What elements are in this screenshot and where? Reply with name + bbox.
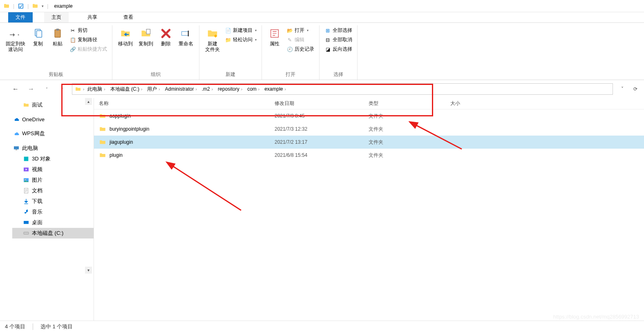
- cut-button[interactable]: ✂剪切: [68, 26, 109, 35]
- breadcrumb-item[interactable]: 此电脑›: [86, 86, 107, 93]
- tree-item-onedrive[interactable]: OneDrive: [12, 114, 94, 124]
- scissors-icon: ✂: [69, 27, 76, 34]
- edit-button[interactable]: ✎编辑: [285, 36, 316, 44]
- nav-tree: ▴ 面试 OneDrive WPS网盘 此电脑 3D 对象 视频 图片 文档 下…: [0, 98, 94, 323]
- tab-view[interactable]: 查看: [116, 12, 141, 22]
- file-list: 名称 修改日期 类型 大小 aopplugin2021/7/3 8:45文件夹b…: [94, 98, 644, 323]
- tree-item[interactable]: 3D 对象: [12, 154, 94, 164]
- tree-item[interactable]: 面试: [12, 100, 94, 110]
- pin-to-quick-access-button[interactable]: 固定到快 速访问: [3, 25, 28, 53]
- folder-icon: [99, 152, 106, 159]
- move-to-button[interactable]: 移动到: [116, 25, 135, 47]
- ribbon-group-organize: 移动到 复制到 删除 重命名 组织: [112, 25, 199, 80]
- breadcrumb-dropdown-button[interactable]: ˅: [617, 84, 628, 94]
- tab-file[interactable]: 文件: [8, 12, 33, 22]
- breadcrumb-item[interactable]: .m2›: [200, 86, 215, 92]
- tree-item[interactable]: 音乐: [12, 207, 94, 217]
- history-button[interactable]: 🕘历史记录: [285, 45, 316, 53]
- svg-rect-3: [55, 30, 60, 38]
- save-icon[interactable]: [18, 3, 24, 9]
- copy-path-button[interactable]: 📋复制路径: [68, 36, 109, 44]
- new-folder-icon: [206, 27, 219, 40]
- select-none-button[interactable]: ⊟全部取消: [323, 36, 354, 44]
- tree-item[interactable]: 视频: [12, 164, 94, 175]
- cell-name: plugin: [94, 152, 270, 159]
- file-row[interactable]: aopplugin2021/7/3 8:45文件夹: [94, 109, 644, 123]
- ribbon-group-select: ⊞全部选择 ⊟全部取消 ◪反向选择 选择: [320, 25, 358, 80]
- tab-home[interactable]: 主页: [44, 12, 69, 22]
- breadcrumb-item[interactable]: 本地磁盘 (C:)›: [109, 86, 144, 93]
- new-item-button[interactable]: 📄新建项目▾: [223, 26, 258, 35]
- cell-name: aopplugin: [94, 112, 270, 120]
- paste-button[interactable]: 粘贴: [48, 25, 67, 47]
- nav-back-button[interactable]: ←: [10, 83, 21, 95]
- file-row[interactable]: plugin2021/6/8 15:54文件夹: [94, 149, 644, 162]
- refresh-button[interactable]: ⟳: [630, 84, 641, 94]
- open-button[interactable]: 📂打开▾: [285, 26, 316, 35]
- breadcrumb-item[interactable]: repository›: [216, 86, 244, 92]
- properties-button[interactable]: 属性: [265, 25, 284, 47]
- breadcrumb-item[interactable]: example›: [263, 86, 288, 92]
- file-row[interactable]: buryingpointplugin2021/7/3 12:32文件夹: [94, 123, 644, 136]
- group-label-clipboard: 剪贴板: [3, 69, 109, 78]
- cell-date: 2021/7/3 12:32: [270, 126, 364, 132]
- chevron-right-icon[interactable]: ›: [83, 87, 84, 91]
- easy-access-button[interactable]: 📁轻松访问▾: [223, 36, 258, 44]
- tree-item-this-pc[interactable]: 此电脑: [12, 143, 94, 154]
- nav-recent-button[interactable]: ˅: [41, 83, 52, 95]
- cell-date: 2021/6/8 15:54: [270, 152, 364, 158]
- watermark: https://blog.csdn.net/mq2856992713: [553, 314, 639, 320]
- tree-item[interactable]: 图片: [12, 175, 94, 185]
- address-row: ← → ˅ ↑ › 此电脑› 本地磁盘 (C:)› 用户› Administra…: [0, 80, 644, 98]
- column-header-type[interactable]: 类型: [364, 98, 445, 109]
- svg-rect-4: [56, 29, 59, 31]
- tree-item-local-disk-c[interactable]: 本地磁盘 (C:): [12, 228, 94, 238]
- nav-up-button[interactable]: ↑: [56, 83, 68, 95]
- breadcrumb-item[interactable]: Administrator›: [163, 86, 199, 92]
- column-header-name[interactable]: 名称: [94, 98, 270, 109]
- tab-strip: 文件 主页 共享 查看: [0, 12, 644, 23]
- divider: |: [27, 3, 29, 9]
- dropdown-caret-icon[interactable]: ▾: [42, 4, 44, 8]
- file-row[interactable]: jiaguplugin2021/7/2 13:17文件夹: [94, 136, 644, 149]
- paste-shortcut-button[interactable]: 🔗粘贴快捷方式: [68, 45, 109, 53]
- svg-rect-16: [24, 232, 29, 234]
- divider: |: [47, 3, 48, 9]
- history-icon: 🕘: [286, 46, 293, 53]
- delete-button[interactable]: 删除: [157, 25, 175, 47]
- select-all-button[interactable]: ⊞全部选择: [323, 26, 354, 35]
- column-header-date[interactable]: 修改日期: [270, 98, 364, 109]
- svg-rect-9: [14, 146, 19, 149]
- divider: |: [13, 3, 14, 9]
- address-tools: ˅ ⟳: [617, 84, 641, 94]
- breadcrumb-item[interactable]: com›: [246, 86, 261, 92]
- status-selected-count: 选中 1 个项目: [40, 323, 73, 330]
- group-label-organize: 组织: [116, 69, 196, 78]
- open-icon: 📂: [286, 27, 293, 34]
- rename-button[interactable]: 重命名: [176, 25, 196, 47]
- svg-rect-5: [146, 29, 150, 34]
- tree-item[interactable]: 下载: [12, 196, 94, 207]
- tree-scroll-down[interactable]: ▾: [85, 267, 92, 274]
- tree-item[interactable]: 桌面: [12, 217, 94, 228]
- ribbon: 固定到快 速访问 复制 粘贴 ✂剪切 📋复制路径 🔗粘贴快捷方式 剪贴板 移动到: [0, 23, 644, 80]
- group-label-open: 打开: [265, 69, 316, 78]
- invert-icon: ◪: [324, 46, 331, 53]
- tab-share[interactable]: 共享: [80, 12, 105, 22]
- nav-forward-button[interactable]: →: [25, 83, 37, 95]
- copy-button[interactable]: 复制: [29, 25, 47, 47]
- breadcrumb-item[interactable]: 用户›: [145, 86, 161, 93]
- status-item-count: 4 个项目: [5, 323, 25, 330]
- svg-rect-7: [188, 31, 189, 36]
- folder-icon: [75, 86, 81, 92]
- invert-selection-button[interactable]: ◪反向选择: [323, 45, 354, 53]
- copy-to-icon: [139, 27, 152, 40]
- new-folder-button[interactable]: 新建 文件夹: [203, 25, 222, 53]
- tree-scroll-up[interactable]: ▴: [85, 98, 92, 105]
- column-header-size[interactable]: 大小: [445, 98, 494, 109]
- tree-item-wps[interactable]: WPS网盘: [12, 128, 94, 139]
- copy-icon: [31, 27, 45, 40]
- breadcrumb-bar[interactable]: › 此电脑› 本地磁盘 (C:)› 用户› Administrator› .m2…: [72, 83, 613, 95]
- copy-to-button[interactable]: 复制到: [136, 25, 156, 47]
- tree-item[interactable]: 文档: [12, 185, 94, 196]
